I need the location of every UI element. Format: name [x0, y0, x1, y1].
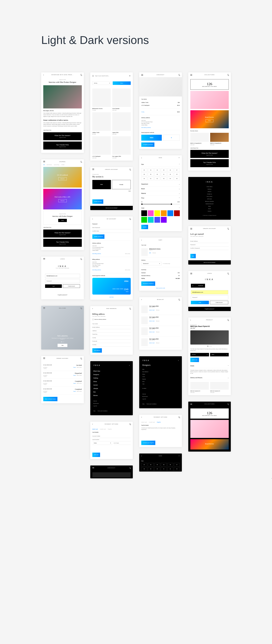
remove-link[interactable]: Remove: [152, 252, 156, 253]
tab-debit[interactable]: Debit Card: [141, 422, 147, 423]
nav-item[interactable]: About: [191, 208, 228, 210]
next-button[interactable]: Next: [190, 254, 196, 258]
size-option[interactable]: 34: [154, 463, 160, 466]
blog-post-card[interactable]: Top 5 Sneaker Picks August 3rd 2018: [43, 239, 82, 247]
search-icon[interactable]: [227, 74, 229, 76]
nav-item[interactable]: Student Discount: [191, 202, 228, 205]
have-account-link[interactable]: Have an account already?: [188, 260, 231, 264]
size-option[interactable]: 32: [141, 168, 147, 172]
filter-color[interactable]: Color⌃: [141, 206, 180, 210]
create-button[interactable]: Create account: [92, 200, 103, 204]
have-account-link[interactable]: Have an account already?: [90, 206, 133, 210]
new-password-input[interactable]: [92, 226, 131, 230]
menu-icon[interactable]: [190, 74, 192, 76]
journal-card[interactable]: August 3rd 2018 Interview with Product D…: [43, 211, 82, 225]
nav-item[interactable]: Terms and Conditions: [98, 410, 108, 412]
search-icon[interactable]: [129, 308, 131, 309]
order-actions[interactable]: Track View Order: [73, 391, 82, 393]
color-swatch[interactable]: [141, 210, 147, 216]
nav-item[interactable]: Adra: [142, 380, 179, 383]
tab-debit[interactable]: Debit Card: [92, 428, 98, 430]
size-option[interactable]: 41: [161, 172, 167, 176]
address-field-input[interactable]: [92, 332, 131, 336]
back-icon[interactable]: ‹: [92, 423, 93, 425]
nav-item[interactable]: What's New: [93, 370, 130, 373]
product-card[interactable]: Aspesi Shirt159 USD: [112, 112, 131, 134]
journal-card[interactable]: First Look at Nike x APC Discover: [43, 189, 82, 210]
dot-indicator[interactable]: [61, 342, 62, 342]
skip-button[interactable]: Skip: [58, 344, 67, 347]
size-option[interactable]: 40: [154, 467, 160, 471]
filters-button[interactable]: Filters: [113, 82, 131, 85]
ccv-input[interactable]: [114, 442, 131, 445]
size-option[interactable]: 33: [148, 168, 154, 172]
search-icon[interactable]: [129, 423, 131, 425]
nav-item[interactable]: Log Out: [142, 398, 179, 400]
filter-department[interactable]: Department⌄: [141, 182, 180, 186]
size-option[interactable]: 32: [141, 463, 147, 466]
tab-paypal[interactable]: PayPal: [157, 422, 160, 423]
color-select[interactable]: Black▾: [210, 353, 229, 356]
email-input[interactable]: [45, 274, 80, 278]
order-actions[interactable]: Track View Order: [73, 383, 82, 385]
nav-item[interactable]: News: [191, 205, 228, 208]
size-option[interactable]: 35: [161, 463, 167, 466]
order-actions[interactable]: Track View Order: [73, 375, 82, 377]
nav-item[interactable]: Cart (2): [142, 393, 179, 395]
tab-credit[interactable]: Credit Card: [100, 428, 106, 430]
complete-purchase-button[interactable]: Complete purchase: [141, 142, 154, 147]
delivery-select[interactable]: Standard $7▾: [141, 262, 162, 265]
add-payment-button[interactable]: +: [163, 135, 180, 141]
nav-item[interactable]: Diana: [142, 373, 179, 376]
size-option[interactable]: K4: [168, 177, 173, 180]
search-icon[interactable]: [80, 161, 82, 162]
size-option[interactable]: 44: [141, 177, 147, 180]
nav-item[interactable]: Nike: [142, 368, 179, 370]
back-icon[interactable]: ‹: [43, 74, 44, 76]
expiry-select[interactable]: Expiry▾: [92, 442, 112, 445]
product-card[interactable]: Our Legacy Shirt119 USD: [112, 136, 131, 158]
size-option[interactable]: 37: [174, 168, 180, 172]
address-field-input[interactable]: [92, 329, 131, 332]
tab-interviews[interactable]: Interviews: [46, 164, 52, 166]
blog-post-card[interactable]: Whats Hot This Summer? August 3rd 2018: [43, 132, 82, 140]
tab-collab[interactable]: Collab: [61, 164, 64, 166]
size-option[interactable]: 39: [148, 467, 154, 471]
close-icon[interactable]: ‹: [178, 359, 179, 362]
nav-item[interactable]: Returns: [191, 190, 228, 193]
address-field-input[interactable]: [92, 343, 131, 346]
nav-item[interactable]: Order Status: [191, 186, 228, 188]
nav-item[interactable]: Lifestyle: [93, 387, 130, 390]
edit-address-link[interactable]: Edit billing address: [92, 269, 101, 270]
size-option[interactable]: 42: [168, 467, 173, 471]
remove-link[interactable]: Remove: [156, 320, 159, 322]
add-to-cart-link[interactable]: Add to Cart: [149, 320, 154, 322]
size-option[interactable]: 33: [148, 463, 154, 466]
back-icon[interactable]: ‹: [141, 298, 142, 300]
confirm-input[interactable]: [190, 246, 229, 250]
confirm-password-input[interactable]: [92, 230, 131, 233]
size-option[interactable]: 36: [168, 463, 173, 466]
back-icon[interactable]: ‹: [141, 157, 142, 159]
color-swatch[interactable]: [148, 217, 154, 223]
size-option[interactable]: 42: [168, 172, 173, 176]
nav-item[interactable]: Contact us: [191, 193, 228, 195]
size-option[interactable]: K2: [154, 177, 160, 180]
back-icon[interactable]: ‹: [92, 308, 93, 310]
menu-icon[interactable]: [43, 308, 45, 309]
tab-all[interactable]: All: [43, 164, 44, 166]
search-icon[interactable]: [227, 319, 229, 320]
size-option[interactable]: 35: [161, 168, 167, 172]
create-account-button[interactable]: Create account: [63, 284, 80, 288]
size-option[interactable]: 37: [174, 463, 180, 466]
edit-address-link[interactable]: Edit delivery address: [141, 127, 151, 128]
product-card[interactable]: NIKE Air Huarache iD 135 USD: [190, 133, 209, 146]
password-input[interactable]: [45, 279, 80, 283]
forgot-password-link[interactable]: Forgotten password?: [188, 307, 231, 311]
size-option[interactable]: 38: [141, 467, 147, 471]
nav-item[interactable]: Levi's: [142, 376, 179, 378]
search-icon[interactable]: [80, 308, 82, 309]
add-to-cart-link[interactable]: Add to Cart: [149, 310, 154, 311]
remove-link[interactable]: Remove: [156, 342, 159, 344]
blog-post-card[interactable]: Whats Hot This Summer? August 3rd 2018: [190, 150, 229, 158]
